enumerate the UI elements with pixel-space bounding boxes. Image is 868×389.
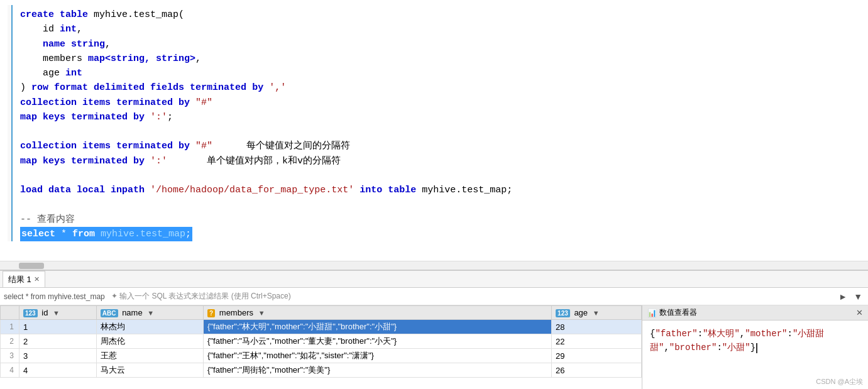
cell-id: 3: [19, 349, 97, 363]
editor-area: create table myhive.test_map( id int, na…: [0, 0, 868, 270]
code-line: map keys terminated by ':';: [20, 110, 512, 124]
col-age-filter[interactable]: ▼: [593, 309, 600, 317]
col-members-label: members: [219, 308, 253, 317]
code-line: name string,: [20, 37, 512, 52]
col-id-header[interactable]: 123 id ▼: [19, 306, 97, 320]
tab-bar: 结果 1 ✕: [0, 270, 868, 288]
id-type-badge: 123: [23, 309, 38, 317]
query-text: select * from myhive.test_map: [4, 292, 105, 301]
cell-id: 1: [19, 320, 97, 334]
code-line: id int,: [20, 22, 512, 36]
nav-prev-button[interactable]: ►: [837, 292, 849, 302]
cell-id: 2: [19, 334, 97, 349]
cell-name: 林杰均: [96, 320, 203, 334]
results-area: 123 id ▼ ABC name ▼ ? members ▼: [0, 305, 868, 389]
code-line: [20, 168, 512, 183]
watermark: CSDN @A尘埃: [816, 377, 863, 386]
cell-members[interactable]: {"father":"王林","mother":"如花","sister":"潇…: [204, 349, 552, 363]
code-line: ) row format delimited fields terminated…: [20, 80, 512, 95]
col-name-header[interactable]: ABC name ▼: [96, 306, 203, 320]
row-number: 2: [1, 334, 19, 349]
tab-close-button[interactable]: ✕: [34, 275, 40, 283]
cell-age: 22: [552, 334, 642, 349]
row-num-header: [1, 306, 19, 320]
value-panel-label: 数值查看器: [659, 307, 697, 318]
code-line: [20, 124, 512, 139]
nav-next-button[interactable]: ▼: [852, 292, 864, 302]
result-tab[interactable]: 结果 1 ✕: [3, 271, 45, 287]
col-age-label: age: [574, 308, 588, 317]
cell-age: 29: [552, 349, 642, 363]
cell-members[interactable]: {"father":"林大明","mother":"小甜甜","brother"…: [204, 320, 552, 334]
cell-name: 马大云: [96, 363, 203, 378]
panel-icon: 📊: [647, 309, 657, 317]
name-type-badge: ABC: [101, 309, 118, 317]
col-id-filter[interactable]: ▼: [53, 309, 60, 317]
code-line: create table myhive.test_map(: [20, 8, 512, 22]
cell-name: 王惹: [96, 349, 203, 363]
col-name-label: name: [122, 308, 143, 317]
table-row[interactable]: 2 2 周杰伦 {"father":"马小云","mother":"董大妻","…: [1, 334, 642, 349]
table-header-row: 123 id ▼ ABC name ▼ ? members ▼: [1, 306, 642, 320]
code-line: -- 查看内容: [20, 212, 512, 227]
code-line: load data local inpath '/home/hadoop/dat…: [20, 183, 512, 197]
members-type-badge: ?: [207, 309, 215, 317]
code-line: map keys terminated by ':' 单个键值对内部，k和v的分…: [20, 154, 512, 168]
col-id-label: id: [41, 308, 48, 317]
selected-code-line: select * from myhive.test_map;: [20, 227, 512, 241]
value-inspector-panel: 📊 数值查看器 ✕ {"father":"林大明","mother":"小甜甜甜…: [642, 305, 868, 389]
value-panel-title: 📊 数值查看器: [647, 307, 697, 318]
cell-name: 周杰伦: [96, 334, 203, 349]
results-table-wrapper: 123 id ▼ ABC name ▼ ? members ▼: [0, 305, 642, 389]
filter-input[interactable]: ✦ 输入一个 SQL 表达式来过滤结果 (使用 Ctrl+Space): [111, 291, 291, 302]
row-number: 3: [1, 349, 19, 363]
code-line: [20, 197, 512, 212]
cell-age: 28: [552, 320, 642, 334]
age-type-badge: 123: [556, 309, 570, 317]
code-line: collection items terminated by "#": [20, 96, 512, 110]
left-gutter: [8, 5, 13, 241]
query-bar: select * from myhive.test_map ✦ 输入一个 SQL…: [0, 288, 868, 305]
col-members-header[interactable]: ? members ▼: [204, 306, 552, 320]
text-cursor: [756, 343, 757, 353]
col-age-header[interactable]: 123 age ▼: [552, 306, 642, 320]
value-panel-content: {"father":"林大明","mother":"小甜甜甜","brother…: [642, 321, 868, 361]
cell-id: 4: [19, 363, 97, 378]
horizontal-scrollbar[interactable]: [0, 261, 868, 270]
code-line: members map<string, string>,: [20, 52, 512, 66]
row-number: 4: [1, 363, 19, 378]
table-row[interactable]: 4 4 马大云 {"father":"周街轮","mother":"美美"} 2…: [1, 363, 642, 378]
value-panel-header: 📊 数值查看器 ✕: [642, 305, 868, 321]
table-row[interactable]: 1 1 林杰均 {"father":"林大明","mother":"小甜甜","…: [1, 320, 642, 334]
results-table: 123 id ▼ ABC name ▼ ? members ▼: [0, 305, 642, 378]
code-line: collection items terminated by "#" 每个键值对…: [20, 139, 512, 153]
query-bar-right: ► ▼: [837, 292, 864, 302]
code-content: create table myhive.test_map( id int, na…: [13, 5, 512, 241]
cell-age: 26: [552, 363, 642, 378]
row-number: 1: [1, 320, 19, 334]
cell-members[interactable]: {"father":"周街轮","mother":"美美"}: [204, 363, 552, 378]
cell-members[interactable]: {"father":"马小云","mother":"董大妻","brother"…: [204, 334, 552, 349]
value-panel-close-button[interactable]: ✕: [856, 308, 863, 317]
code-line: age int: [20, 66, 512, 80]
col-name-filter[interactable]: ▼: [147, 309, 154, 317]
table-row[interactable]: 3 3 王惹 {"father":"王林","mother":"如花","sis…: [1, 349, 642, 363]
col-members-filter[interactable]: ▼: [258, 309, 265, 317]
tab-label: 结果 1: [8, 274, 31, 285]
scroll-thumb[interactable]: [19, 263, 44, 269]
